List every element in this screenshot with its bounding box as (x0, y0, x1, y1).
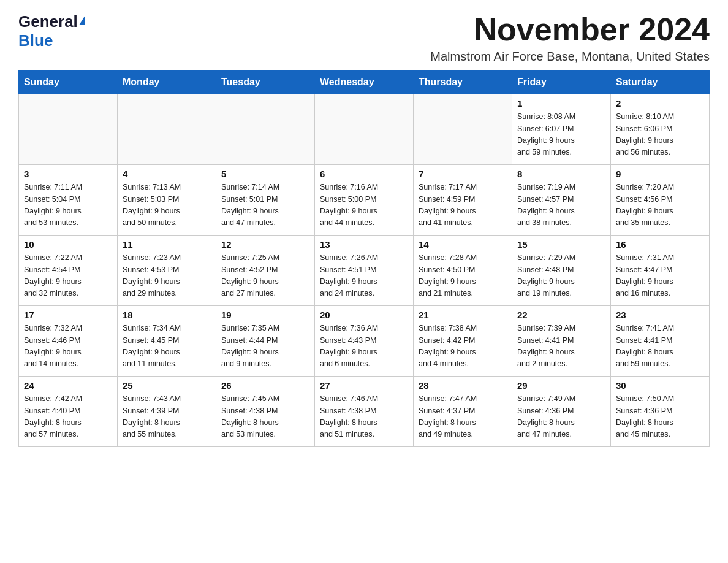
day-info: Sunrise: 7:19 AM Sunset: 4:57 PM Dayligh… (517, 182, 605, 229)
day-number: 15 (517, 239, 605, 250)
day-number: 28 (419, 380, 507, 391)
calendar-cell: 12Sunrise: 7:25 AM Sunset: 4:52 PM Dayli… (216, 236, 315, 306)
day-info: Sunrise: 7:35 AM Sunset: 4:44 PM Dayligh… (221, 323, 309, 370)
day-number: 27 (320, 380, 408, 391)
day-number: 9 (616, 169, 704, 179)
day-number: 6 (320, 169, 408, 179)
day-info: Sunrise: 7:43 AM Sunset: 4:39 PM Dayligh… (123, 393, 211, 441)
weekday-header-thursday: Thursday (414, 71, 512, 94)
day-info: Sunrise: 7:29 AM Sunset: 4:48 PM Dayligh… (517, 252, 605, 300)
calendar-cell: 21Sunrise: 7:38 AM Sunset: 4:42 PM Dayli… (414, 306, 512, 377)
day-info: Sunrise: 7:34 AM Sunset: 4:45 PM Dayligh… (123, 323, 211, 370)
calendar-cell: 20Sunrise: 7:36 AM Sunset: 4:43 PM Dayli… (315, 306, 414, 377)
day-info: Sunrise: 7:50 AM Sunset: 4:36 PM Dayligh… (616, 393, 704, 441)
calendar-cell: 15Sunrise: 7:29 AM Sunset: 4:48 PM Dayli… (512, 236, 611, 306)
calendar-cell (216, 94, 315, 165)
day-info: Sunrise: 7:31 AM Sunset: 4:47 PM Dayligh… (616, 252, 704, 300)
day-info: Sunrise: 8:08 AM Sunset: 6:07 PM Dayligh… (517, 111, 605, 159)
day-number: 3 (24, 169, 112, 179)
title-section: November 2024 Malmstrom Air Force Base, … (430, 12, 710, 64)
calendar-cell: 3Sunrise: 7:11 AM Sunset: 5:04 PM Daylig… (19, 165, 118, 236)
day-number: 12 (221, 239, 309, 250)
day-info: Sunrise: 7:28 AM Sunset: 4:50 PM Dayligh… (419, 252, 507, 300)
calendar-cell: 4Sunrise: 7:13 AM Sunset: 5:03 PM Daylig… (118, 165, 216, 236)
calendar-cell: 25Sunrise: 7:43 AM Sunset: 4:39 PM Dayli… (118, 377, 216, 447)
calendar-cell: 27Sunrise: 7:46 AM Sunset: 4:38 PM Dayli… (315, 377, 414, 447)
weekday-header-monday: Monday (118, 71, 216, 94)
calendar-cell: 14Sunrise: 7:28 AM Sunset: 4:50 PM Dayli… (414, 236, 512, 306)
weekday-header-sunday: Sunday (19, 71, 118, 94)
calendar-cell (118, 94, 216, 165)
day-number: 22 (517, 310, 605, 320)
day-number: 26 (221, 380, 309, 391)
day-number: 30 (616, 380, 704, 391)
day-number: 19 (221, 310, 309, 320)
day-number: 14 (419, 239, 507, 250)
calendar-week-row: 1Sunrise: 8:08 AM Sunset: 6:07 PM Daylig… (19, 94, 710, 165)
day-info: Sunrise: 7:13 AM Sunset: 5:03 PM Dayligh… (123, 182, 211, 229)
calendar-cell: 10Sunrise: 7:22 AM Sunset: 4:54 PM Dayli… (19, 236, 118, 306)
day-info: Sunrise: 7:17 AM Sunset: 4:59 PM Dayligh… (419, 182, 507, 229)
day-number: 21 (419, 310, 507, 320)
calendar-cell (19, 94, 118, 165)
day-info: Sunrise: 7:32 AM Sunset: 4:46 PM Dayligh… (24, 323, 112, 370)
day-number: 18 (123, 310, 211, 320)
calendar-cell: 18Sunrise: 7:34 AM Sunset: 4:45 PM Dayli… (118, 306, 216, 377)
calendar-cell: 17Sunrise: 7:32 AM Sunset: 4:46 PM Dayli… (19, 306, 118, 377)
day-info: Sunrise: 7:26 AM Sunset: 4:51 PM Dayligh… (320, 252, 408, 300)
header: General Blue November 2024 Malmstrom Air… (18, 12, 710, 64)
day-info: Sunrise: 7:20 AM Sunset: 4:56 PM Dayligh… (616, 182, 704, 229)
day-number: 16 (616, 239, 704, 250)
calendar-week-row: 24Sunrise: 7:42 AM Sunset: 4:40 PM Dayli… (19, 377, 710, 447)
day-info: Sunrise: 7:41 AM Sunset: 4:41 PM Dayligh… (616, 323, 704, 370)
calendar-cell: 30Sunrise: 7:50 AM Sunset: 4:36 PM Dayli… (611, 377, 710, 447)
day-number: 8 (517, 169, 605, 179)
calendar-cell: 26Sunrise: 7:45 AM Sunset: 4:38 PM Dayli… (216, 377, 315, 447)
calendar-cell: 29Sunrise: 7:49 AM Sunset: 4:36 PM Dayli… (512, 377, 611, 447)
weekday-header-saturday: Saturday (611, 71, 710, 94)
weekday-header-wednesday: Wednesday (315, 71, 414, 94)
day-number: 20 (320, 310, 408, 320)
calendar-cell: 2Sunrise: 8:10 AM Sunset: 6:06 PM Daylig… (611, 94, 710, 165)
calendar-cell: 6Sunrise: 7:16 AM Sunset: 5:00 PM Daylig… (315, 165, 414, 236)
calendar-cell: 24Sunrise: 7:42 AM Sunset: 4:40 PM Dayli… (19, 377, 118, 447)
calendar-cell: 13Sunrise: 7:26 AM Sunset: 4:51 PM Dayli… (315, 236, 414, 306)
day-number: 25 (123, 380, 211, 391)
calendar-cell: 16Sunrise: 7:31 AM Sunset: 4:47 PM Dayli… (611, 236, 710, 306)
day-number: 5 (221, 169, 309, 179)
calendar-week-row: 17Sunrise: 7:32 AM Sunset: 4:46 PM Dayli… (19, 306, 710, 377)
day-number: 2 (616, 98, 704, 109)
calendar-cell: 23Sunrise: 7:41 AM Sunset: 4:41 PM Dayli… (611, 306, 710, 377)
calendar-cell: 28Sunrise: 7:47 AM Sunset: 4:37 PM Dayli… (414, 377, 512, 447)
logo-triangle-icon (79, 15, 85, 25)
day-number: 29 (517, 380, 605, 391)
weekday-header-tuesday: Tuesday (216, 71, 315, 94)
day-number: 1 (517, 98, 605, 109)
calendar-cell: 8Sunrise: 7:19 AM Sunset: 4:57 PM Daylig… (512, 165, 611, 236)
day-number: 10 (24, 239, 112, 250)
location-subtitle: Malmstrom Air Force Base, Montana, Unite… (430, 50, 710, 64)
logo: General Blue (18, 12, 85, 50)
day-info: Sunrise: 7:46 AM Sunset: 4:38 PM Dayligh… (320, 393, 408, 441)
day-number: 13 (320, 239, 408, 250)
day-info: Sunrise: 8:10 AM Sunset: 6:06 PM Dayligh… (616, 111, 704, 159)
day-info: Sunrise: 7:14 AM Sunset: 5:01 PM Dayligh… (221, 182, 309, 229)
weekday-header-friday: Friday (512, 71, 611, 94)
day-number: 7 (419, 169, 507, 179)
day-info: Sunrise: 7:16 AM Sunset: 5:00 PM Dayligh… (320, 182, 408, 229)
day-info: Sunrise: 7:36 AM Sunset: 4:43 PM Dayligh… (320, 323, 408, 370)
month-title: November 2024 (430, 12, 710, 47)
day-info: Sunrise: 7:22 AM Sunset: 4:54 PM Dayligh… (24, 252, 112, 300)
logo-blue-text: Blue (18, 31, 53, 50)
day-number: 23 (616, 310, 704, 320)
day-number: 17 (24, 310, 112, 320)
calendar-cell: 11Sunrise: 7:23 AM Sunset: 4:53 PM Dayli… (118, 236, 216, 306)
calendar-cell (315, 94, 414, 165)
day-info: Sunrise: 7:25 AM Sunset: 4:52 PM Dayligh… (221, 252, 309, 300)
calendar-cell: 5Sunrise: 7:14 AM Sunset: 5:01 PM Daylig… (216, 165, 315, 236)
calendar-cell: 19Sunrise: 7:35 AM Sunset: 4:44 PM Dayli… (216, 306, 315, 377)
calendar-week-row: 10Sunrise: 7:22 AM Sunset: 4:54 PM Dayli… (19, 236, 710, 306)
weekday-header-row: SundayMondayTuesdayWednesdayThursdayFrid… (19, 71, 710, 94)
calendar-cell: 1Sunrise: 8:08 AM Sunset: 6:07 PM Daylig… (512, 94, 611, 165)
logo-general-text: General (18, 12, 78, 31)
